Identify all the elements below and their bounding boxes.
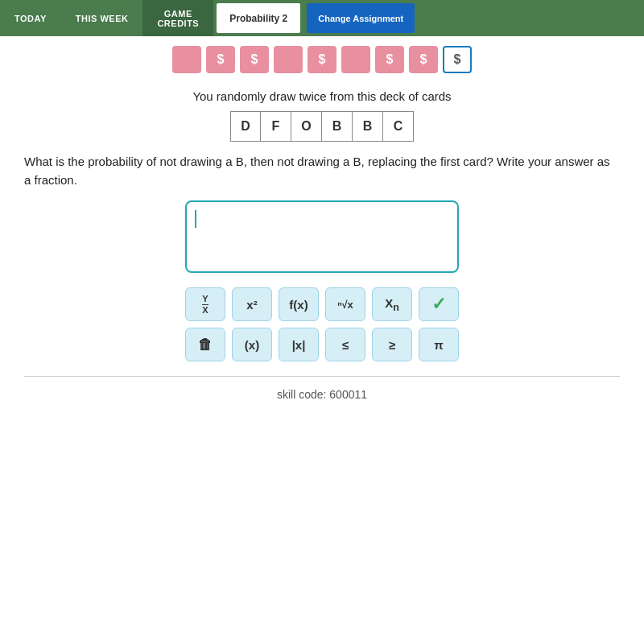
credit-block-9-selected: $	[443, 46, 472, 73]
x-squared-key[interactable]: x²	[232, 287, 272, 321]
absolute-value-label: |x|	[292, 338, 306, 352]
leq-key[interactable]: ≤	[325, 328, 365, 361]
card-C: C	[383, 111, 414, 142]
card-deck: D F O B B C	[24, 111, 620, 142]
trash-key[interactable]: 🗑	[185, 328, 225, 361]
probability-tab-label: Probability 2	[229, 13, 287, 24]
pi-key[interactable]: π	[419, 328, 459, 361]
credit-block-5: $	[308, 46, 336, 73]
keyboard-row-1: Y X x² f(x) ⁿ√x Xn ✓	[185, 287, 459, 321]
nav-today[interactable]: TODAY	[0, 0, 61, 36]
geq-label: ≥	[389, 338, 395, 352]
nav-this-week-label: THIS WEEK	[76, 14, 129, 23]
probability-question: What is the probability of not drawing a…	[24, 153, 620, 189]
x-subscript-label: Xn	[385, 296, 399, 313]
change-assignment-button[interactable]: Change Assignment	[307, 3, 415, 33]
fraction-key-symbol: Y X	[202, 295, 208, 315]
card-B2: B	[353, 111, 383, 142]
nav-game-credits[interactable]: GAME CREDITS	[142, 0, 213, 36]
absolute-value-key[interactable]: |x|	[279, 328, 319, 361]
credits-row: $ $ $ $ $ $	[0, 36, 644, 81]
credit-block-3: $	[240, 46, 269, 73]
skill-code-area: skill code: 600011	[24, 376, 620, 401]
main-content: You randomly draw twice from this deck o…	[0, 81, 644, 409]
skill-code-label: skill code: 600011	[277, 388, 367, 401]
x-subscript-key[interactable]: Xn	[372, 287, 412, 321]
check-label: ✓	[431, 294, 446, 315]
credit-block-8: $	[409, 46, 438, 73]
text-cursor	[195, 210, 196, 228]
fx-label: f(x)	[289, 298, 308, 312]
credit-block-4	[274, 46, 303, 73]
credit-block-2: $	[206, 46, 235, 73]
credit-block-6	[341, 46, 370, 73]
math-keyboard: Y X x² f(x) ⁿ√x Xn ✓ 🗑	[24, 287, 620, 361]
nav-today-label: TODAY	[14, 14, 47, 23]
nth-root-key[interactable]: ⁿ√x	[325, 287, 365, 321]
card-F: F	[261, 111, 291, 142]
credit-block-1	[172, 46, 201, 73]
trash-icon: 🗑	[198, 336, 213, 353]
nth-root-label: ⁿ√x	[337, 299, 353, 311]
leq-label: ≤	[342, 338, 349, 352]
credit-block-7: $	[375, 46, 404, 73]
top-nav: TODAY THIS WEEK GAME CREDITS Probability…	[0, 0, 644, 36]
change-btn-label: Change Assignment	[318, 14, 403, 23]
parentheses-label: (x)	[245, 338, 259, 352]
geq-key[interactable]: ≥	[372, 328, 412, 361]
x-squared-label: x²	[246, 298, 257, 312]
nav-this-week[interactable]: THIS WEEK	[61, 0, 143, 36]
card-B1: B	[322, 111, 353, 142]
fx-key[interactable]: f(x)	[279, 287, 319, 321]
card-O: O	[291, 111, 322, 142]
question-intro: You randomly draw twice from this deck o…	[24, 89, 620, 103]
card-D: D	[230, 111, 261, 142]
parentheses-key[interactable]: (x)	[232, 328, 272, 361]
keyboard-row-2: 🗑 (x) |x| ≤ ≥ π	[185, 328, 459, 361]
answer-input-box[interactable]	[185, 200, 459, 273]
check-key[interactable]: ✓	[419, 287, 459, 321]
pi-label: π	[434, 338, 443, 352]
nav-credits-label: GAME CREDITS	[157, 9, 199, 28]
fraction-key[interactable]: Y X	[185, 287, 225, 321]
probability-tab[interactable]: Probability 2	[217, 3, 300, 33]
